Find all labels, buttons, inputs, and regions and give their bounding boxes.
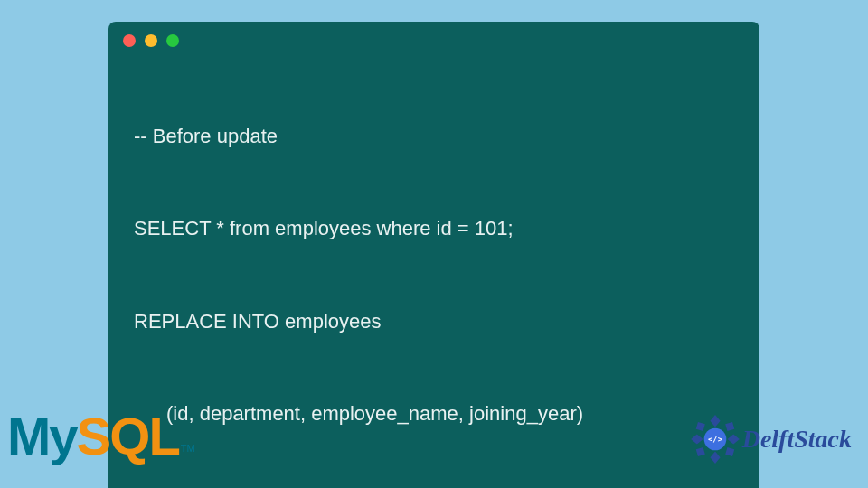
code-line: REPLACE INTO employees bbox=[134, 306, 734, 337]
delftstack-logo-text: DelftStack bbox=[742, 425, 852, 454]
svg-marker-7 bbox=[725, 447, 734, 456]
svg-marker-1 bbox=[710, 451, 720, 463]
svg-marker-2 bbox=[691, 434, 703, 444]
close-icon bbox=[123, 34, 136, 47]
code-line: -- Before update bbox=[134, 121, 734, 152]
code-line: SELECT * from employees where id = 101; bbox=[134, 213, 734, 244]
code-line: (id, department, employee_name, joining_… bbox=[134, 399, 734, 429]
delftstack-emblem-icon: </> bbox=[690, 414, 741, 465]
svg-marker-6 bbox=[695, 447, 704, 456]
code-block: -- Before update SELECT * from employees… bbox=[108, 54, 760, 488]
maximize-icon bbox=[166, 34, 179, 47]
mysql-logo: My SQL TM bbox=[7, 406, 195, 466]
delftstack-logo: </> DelftStack bbox=[690, 414, 852, 465]
mysql-logo-sql: SQL bbox=[77, 406, 179, 466]
svg-marker-3 bbox=[727, 434, 739, 444]
mysql-logo-tm: TM bbox=[181, 443, 195, 466]
svg-marker-5 bbox=[725, 422, 734, 431]
svg-marker-0 bbox=[710, 415, 720, 427]
svg-marker-4 bbox=[695, 422, 704, 431]
svg-text:</>: </> bbox=[708, 435, 722, 444]
minimize-icon bbox=[145, 34, 157, 47]
code-window: -- Before update SELECT * from employees… bbox=[108, 22, 760, 488]
window-titlebar bbox=[108, 22, 760, 54]
mysql-logo-my: My bbox=[7, 406, 77, 466]
